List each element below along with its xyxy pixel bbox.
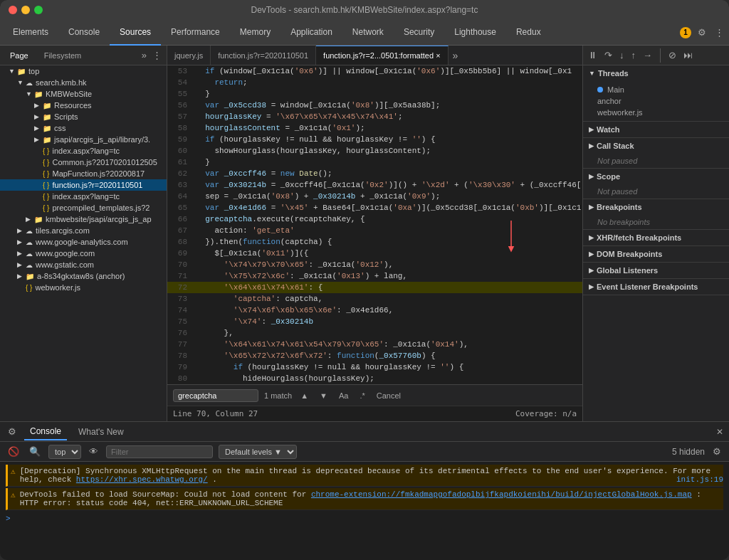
- sourcemap-link[interactable]: chrome-extension://fmkadmapgofadoplbijfk…: [311, 490, 692, 499]
- code-line: 80 hideHourglass(hourglassKey);: [167, 373, 582, 384]
- xhr-breakpoints-header[interactable]: ▶ XHR/fetch Breakpoints: [583, 230, 729, 245]
- tree-item-precompiled[interactable]: ▶ { } precompiled_templates.js?2: [0, 202, 167, 213]
- event-listener-header[interactable]: ▶ Event Listener Breakpoints: [583, 279, 729, 295]
- deprecation-link[interactable]: https://xhr.spec.whatwg.org/: [76, 475, 208, 484]
- search-bar: 1 match ▲ ▼ Aa .* Cancel: [167, 384, 582, 406]
- global-listeners-header[interactable]: ▶ Global Listeners: [583, 263, 729, 278]
- tree-item-anchor[interactable]: ▶ 📁 a-8s34gkxtaw8s (anchor): [0, 270, 167, 282]
- pause-icon[interactable]: ⏸: [586, 48, 599, 62]
- console-settings-icon[interactable]: ⚙: [6, 425, 19, 438]
- search-regex-button[interactable]: .*: [357, 390, 367, 401]
- tab-memory[interactable]: Memory: [230, 20, 280, 46]
- init-source-link[interactable]: init.js:19: [676, 475, 723, 484]
- tab-page[interactable]: Page: [3, 48, 36, 63]
- file-tabs: jquery.js function.js?r=2020110501 funct…: [167, 46, 582, 65]
- tree-item-webworker[interactable]: ▶ { } webworker.js: [0, 282, 167, 293]
- context-select[interactable]: top: [48, 445, 81, 459]
- maximize-dot[interactable]: [34, 6, 43, 14]
- tab-elements[interactable]: Elements: [3, 20, 58, 46]
- tree-item-gstatic[interactable]: ▶ ☁ www.gstatic.com: [0, 259, 167, 270]
- search-prev-button[interactable]: ▲: [298, 390, 311, 401]
- callstack-header[interactable]: ▶ Call Stack: [583, 138, 729, 154]
- console-filter-icon[interactable]: 🔍: [27, 445, 43, 458]
- warning-badge: 1: [680, 27, 691, 38]
- coverage-info: Coverage: n/a: [515, 409, 577, 418]
- tab-lighthouse[interactable]: Lighthouse: [444, 20, 506, 46]
- thread-main[interactable]: Main: [597, 84, 723, 95]
- close-bottom-panel[interactable]: ✕: [716, 427, 723, 437]
- scope-header[interactable]: ▶ Scope: [583, 169, 729, 184]
- more-icon[interactable]: ⋮: [713, 26, 726, 39]
- code-line: 58 hourglassContent = _0x1c1a('0x1');: [167, 122, 582, 134]
- tab-console-bottom[interactable]: Console: [24, 423, 67, 440]
- search-case-button[interactable]: Aa: [336, 390, 351, 401]
- minimize-dot[interactable]: [21, 6, 30, 14]
- tree-item-index[interactable]: ▶ { } index.aspx?lang=tc: [0, 145, 167, 157]
- tree-item-search-kmb[interactable]: ▼ ☁ search.kmb.hk: [0, 77, 167, 88]
- levels-select[interactable]: Default levels ▼: [219, 445, 297, 459]
- thread-anchor[interactable]: anchor: [597, 95, 723, 107]
- more-tabs-icon[interactable]: »: [449, 50, 463, 61]
- tree-item-top[interactable]: ▼ 📁 top: [0, 65, 167, 77]
- bottom-panel: ⚙ Console What's New ✕ 🚫 🔍 top 👁 Default…: [0, 421, 729, 560]
- tree-item-index2[interactable]: ▶ { } index.aspx?lang=tc: [0, 191, 167, 202]
- scope-content: Not paused: [583, 184, 729, 199]
- tree-item-kmbwebsite[interactable]: ▼ 📁 KMBWebSite: [0, 88, 167, 100]
- breakpoints-arrow: ▶: [589, 204, 594, 211]
- close-dot[interactable]: [9, 6, 17, 14]
- console-settings-gear[interactable]: ⚙: [710, 445, 723, 458]
- search-cancel-button[interactable]: Cancel: [374, 390, 404, 401]
- code-line: 54 return;: [167, 77, 582, 88]
- tree-item-mapfunction[interactable]: ▶ { } MapFunction.js?20200817: [0, 168, 167, 179]
- tree-item-common[interactable]: ▶ { } Common.js?20170201012505: [0, 157, 167, 168]
- file-tab-jquery[interactable]: jquery.js: [167, 46, 211, 65]
- tab-performance[interactable]: Performance: [161, 20, 230, 46]
- dots-icon[interactable]: ⋮: [150, 48, 164, 62]
- step-out-icon[interactable]: ↑: [629, 48, 639, 62]
- xhr-breakpoints-section: ▶ XHR/fetch Breakpoints: [583, 230, 729, 246]
- add-folder-icon[interactable]: »: [140, 48, 149, 62]
- watch-header[interactable]: ▶ Watch: [583, 122, 729, 137]
- dom-breakpoints-section: ▶ DOM Breakpoints: [583, 246, 729, 263]
- tree-item-scripts[interactable]: ▶ 📁 Scripts: [0, 111, 167, 122]
- tree-item-jsapi[interactable]: ▶ 📁 jsapi/arcgis_js_api/library/3.: [0, 134, 167, 145]
- step-over-icon[interactable]: ↷: [602, 48, 614, 62]
- code-line: 75 '\x74': _0x30214b: [167, 316, 582, 327]
- console-filter-input[interactable]: [106, 445, 213, 458]
- tree-item-resources[interactable]: ▶ 📁 Resources: [0, 100, 167, 111]
- tab-console[interactable]: Console: [58, 20, 110, 46]
- window-controls: [9, 6, 43, 14]
- file-tab-function-formatted[interactable]: function.js?r=2...0501:formatted ×: [316, 46, 449, 65]
- tree-item-tiles[interactable]: ▶ ☁ tiles.arcgis.com: [0, 225, 167, 236]
- breakpoints-header[interactable]: ▶ Breakpoints: [583, 199, 729, 215]
- scope-not-paused: Not paused: [597, 187, 723, 196]
- tree-item-function[interactable]: ▶ { } function.js?r=2020110501: [0, 179, 167, 191]
- dom-breakpoints-header[interactable]: ▶ DOM Breakpoints: [583, 246, 729, 262]
- thread-webworker[interactable]: webworker.js: [597, 107, 723, 118]
- tab-network[interactable]: Network: [342, 20, 394, 46]
- step-into-icon[interactable]: ↓: [617, 48, 626, 62]
- tree-item-google-analytics[interactable]: ▶ ☁ www.google-analytics.com: [0, 236, 167, 248]
- tree-item-google[interactable]: ▶ ☁ www.google.com: [0, 248, 167, 259]
- settings-icon[interactable]: ⚙: [696, 26, 708, 39]
- tab-application[interactable]: Application: [280, 20, 342, 46]
- tab-sources[interactable]: Sources: [110, 20, 161, 46]
- search-input[interactable]: [173, 389, 258, 402]
- tree-item-css[interactable]: ▶ 📁 css: [0, 122, 167, 134]
- step-icon[interactable]: →: [641, 48, 654, 62]
- more-options-icon[interactable]: ⏭: [681, 48, 695, 62]
- tab-filesystem[interactable]: Filesystem: [37, 48, 89, 63]
- code-line-highlighted: 72 '\x64\x61\x74\x61': {: [167, 282, 582, 293]
- code-editor[interactable]: 53 if (window[_0x1c1a('0x6')] || window[…: [167, 65, 582, 384]
- threads-header[interactable]: ▼ Threads: [583, 65, 729, 81]
- search-next-button[interactable]: ▼: [317, 390, 330, 401]
- tab-whats-new[interactable]: What's New: [73, 424, 130, 440]
- deactivate-breakpoints-icon[interactable]: ⊘: [666, 48, 678, 62]
- file-tab-function[interactable]: function.js?r=2020110501: [211, 46, 316, 65]
- tab-security[interactable]: Security: [394, 20, 444, 46]
- tree-item-kmbwebsite-jsapi[interactable]: ▶ 📁 kmbwebsite/jsapi/arcgis_js_ap: [0, 213, 167, 225]
- eye-icon[interactable]: 👁: [87, 445, 100, 458]
- tab-redux[interactable]: Redux: [506, 20, 551, 46]
- clear-console-icon[interactable]: 🚫: [6, 445, 21, 458]
- no-breakpoints: No breakpoints: [597, 218, 723, 226]
